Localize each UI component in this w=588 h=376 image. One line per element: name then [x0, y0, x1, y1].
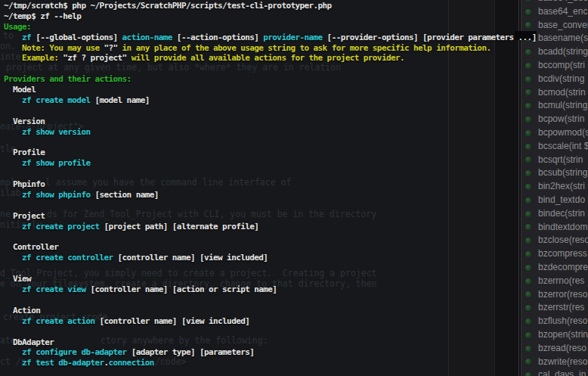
terminal-line: zf create project [project path] [altern… [4, 222, 588, 232]
terminal-line [4, 232, 588, 243]
terminal-line: ~/temp$ zf --help [4, 11, 588, 22]
terminal-line: zf show version [4, 127, 588, 138]
terminal-line: ~/tmp/scratch$ php ~/Projects/ScratchPHP… [4, 1, 588, 11]
terminal-line: Profile [4, 148, 588, 158]
terminal-line: zf create action [controller name] [view… [4, 316, 588, 327]
terminal-line: zf test db-adapter.connection [4, 358, 588, 368]
terminal-line: Providers and their actions: [4, 74, 588, 85]
terminal-line: Controller [4, 242, 588, 253]
terminal-line [4, 138, 588, 148]
terminal-line: zf configure db-adapter [adapter type] [… [4, 347, 588, 358]
terminal-line: zf create controller [controller name] [… [4, 253, 588, 263]
terminal-line [4, 295, 588, 306]
terminal-line: DbAdapter [4, 337, 588, 348]
terminal-line: zf show phpinfo [section name] [4, 190, 588, 200]
terminal-line [4, 200, 588, 211]
terminal-line: zf create view [controller name] [action… [4, 284, 588, 295]
terminal-line: Version [4, 117, 588, 127]
terminal-line [4, 169, 588, 179]
terminal-line: zf [--global-options] action-name [--act… [4, 33, 588, 43]
terminal-line [4, 64, 588, 74]
desktop: { "colors": { "bg": "#17181b", "fg": "#e… [0, 0, 588, 376]
terminal-output[interactable]: ~/tmp/scratch$ php ~/Projects/ScratchPHP… [4, 1, 588, 376]
terminal-line: Action [4, 306, 588, 316]
terminal-line: Note: You may use "?" in any place of th… [4, 43, 588, 54]
terminal-line: Example: "zf ? project" will provide all… [4, 53, 588, 64]
terminal-line [4, 106, 588, 117]
terminal-line: zf show profile [4, 158, 588, 169]
terminal-line [4, 327, 588, 337]
terminal-line: Usage: [4, 22, 588, 33]
terminal-line [4, 263, 588, 274]
terminal-line: View [4, 274, 588, 284]
terminal-line: Project [4, 211, 588, 222]
terminal-line: Model [4, 85, 588, 95]
terminal-line: Phpinfo [4, 179, 588, 190]
terminal-line: zf create model [model name] [4, 95, 588, 106]
